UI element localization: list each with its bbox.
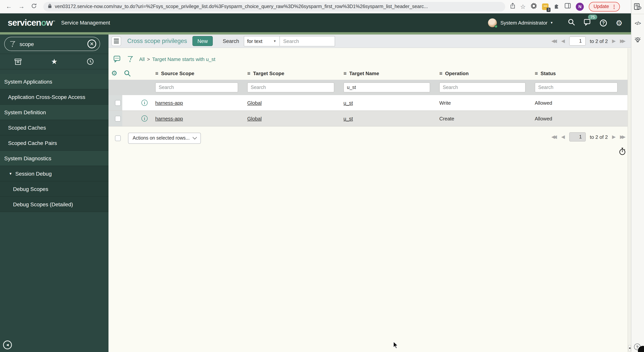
- new-button[interactable]: New: [192, 36, 213, 46]
- last-page-icon[interactable]: ▶▶: [620, 134, 626, 140]
- page-title[interactable]: Cross scope privileges: [127, 38, 187, 44]
- collapse-triangle-icon[interactable]: ▼: [9, 172, 12, 176]
- browser-forward-icon[interactable]: →: [18, 4, 24, 10]
- list-search-input[interactable]: [280, 36, 335, 46]
- next-page-icon[interactable]: ▶: [612, 134, 616, 140]
- search-type-select[interactable]: for text ▼: [244, 36, 280, 46]
- navigator-filter-input[interactable]: [19, 40, 88, 47]
- sidebar-item-label: System Definition: [4, 109, 46, 115]
- cell-link-target-name[interactable]: u_st: [339, 116, 435, 121]
- sidebar-item-system-diagnostics[interactable]: System Diagnostics: [0, 151, 108, 166]
- page-number-input[interactable]: [569, 132, 586, 142]
- first-page-icon[interactable]: ◀◀: [552, 39, 557, 44]
- column-search-source-scope[interactable]: [155, 82, 238, 92]
- cell-link-target-scope[interactable]: Global: [243, 116, 339, 121]
- page-number-input[interactable]: [569, 36, 586, 46]
- list-chat-icon[interactable]: [114, 56, 121, 62]
- tab-all-applications[interactable]: [0, 54, 36, 69]
- column-search-status[interactable]: [535, 82, 618, 92]
- sidebar-item-session-debug[interactable]: ▼Session Debug: [0, 166, 108, 181]
- select-caret-icon: ▼: [273, 39, 276, 43]
- column-menu-icon[interactable]: ≡: [247, 70, 250, 76]
- list-context-menu-icon[interactable]: [112, 36, 121, 46]
- cell-link-target-scope[interactable]: Global: [243, 100, 339, 106]
- help-icon[interactable]: ?: [600, 19, 607, 26]
- form-preview-icon[interactable]: [631, 3, 644, 10]
- sidebar-item-debug-scopes-detailed[interactable]: Debug Scopes (Detailed): [0, 197, 108, 212]
- previous-page-icon[interactable]: ◀: [561, 134, 565, 140]
- column-search-operation[interactable]: [439, 82, 526, 92]
- cell-link-source-scope[interactable]: harness-app: [151, 116, 243, 121]
- actions-select[interactable]: Actions on selected rows...: [128, 132, 201, 144]
- response-time-icon[interactable]: [619, 147, 626, 157]
- browser-reload-icon[interactable]: [31, 3, 37, 10]
- tab-history[interactable]: [72, 54, 108, 69]
- collapse-sidebar-button[interactable]: ◀: [3, 340, 12, 349]
- info-icon[interactable]: i: [142, 100, 148, 106]
- side-panel-icon[interactable]: [565, 3, 571, 10]
- connect-chat-icon[interactable]: 75: [584, 18, 591, 27]
- column-menu-icon[interactable]: ≡: [535, 70, 538, 76]
- extensions-puzzle-icon[interactable]: [554, 2, 560, 10]
- column-menu-icon[interactable]: ≡: [344, 70, 346, 76]
- browser-menu-kebab-icon[interactable]: ⋮: [612, 4, 616, 10]
- content-scrollbar[interactable]: [628, 48, 631, 352]
- browser-profile-avatar[interactable]: N: [576, 2, 584, 10]
- breadcrumb-filter-link[interactable]: Target Name starts with u_st: [152, 56, 215, 62]
- tab-favorites[interactable]: ★: [36, 54, 72, 69]
- settings-gear-icon[interactable]: ⚙: [616, 19, 622, 27]
- global-search-icon[interactable]: [568, 18, 575, 27]
- browser-side-strip: </> ?: [631, 0, 644, 352]
- code-snippet-icon[interactable]: </>: [631, 20, 644, 26]
- navigator-filter[interactable]: ✕: [4, 37, 100, 51]
- clear-filter-icon[interactable]: ✕: [88, 40, 96, 48]
- bookmark-star-icon[interactable]: ☆: [520, 3, 526, 10]
- address-bar[interactable]: ven03172.service-now.com/nav_to.do?uri=%…: [43, 2, 505, 11]
- row-checkbox[interactable]: [115, 116, 121, 121]
- cell-operation: Write: [435, 100, 530, 106]
- user-name[interactable]: System Administrator: [500, 20, 548, 26]
- list-personalize-gear-icon[interactable]: ⚙: [111, 70, 117, 77]
- extension-sunburst-icon[interactable]: [531, 2, 537, 10]
- column-header-status[interactable]: ≡Status: [530, 70, 622, 76]
- previous-page-icon[interactable]: ◀: [561, 39, 565, 44]
- first-page-icon[interactable]: ◀◀: [552, 134, 557, 140]
- sidebar-item-scoped-cache-pairs[interactable]: Scoped Cache Pairs: [0, 135, 108, 151]
- last-page-icon[interactable]: ▶▶: [620, 39, 626, 44]
- breadcrumb-funnel-icon[interactable]: [127, 56, 133, 62]
- scrollbar-end-button[interactable]: [628, 345, 631, 351]
- column-search-target-name[interactable]: [344, 82, 430, 92]
- breadcrumb-all-link[interactable]: All: [139, 56, 145, 62]
- extension-notes-icon[interactable]: ••• 3: [542, 3, 549, 10]
- row-checkbox[interactable]: [115, 100, 121, 106]
- column-header-label: Source Scope: [161, 70, 194, 76]
- info-icon[interactable]: i: [142, 116, 148, 122]
- cell-link-target-name[interactable]: u_st: [339, 100, 435, 106]
- cell-link-source-scope[interactable]: harness-app: [151, 100, 243, 106]
- user-menu-caret-icon[interactable]: ▼: [550, 21, 553, 24]
- list-footer: Actions on selected rows... ◀◀ ◀ to 2 of…: [108, 132, 631, 144]
- share-icon[interactable]: [510, 3, 515, 10]
- browser-back-icon[interactable]: ←: [6, 4, 12, 10]
- column-header-target-name[interactable]: ≡Target Name: [339, 70, 435, 76]
- column-header-source-scope[interactable]: ≡Source Scope: [151, 70, 243, 76]
- column-search-toggle-icon[interactable]: [124, 70, 131, 77]
- sidebar-item-system-applications[interactable]: System Applications: [0, 74, 108, 89]
- sidebar-item-label: Scoped Caches: [8, 124, 46, 130]
- user-avatar[interactable]: [488, 18, 497, 27]
- column-header-operation[interactable]: ≡Operation: [435, 70, 530, 76]
- select-all-checkbox[interactable]: [115, 135, 121, 141]
- sidebar-item-scoped-caches[interactable]: Scoped Caches: [0, 120, 108, 135]
- column-menu-icon[interactable]: ≡: [155, 70, 158, 76]
- sidebar-item-debug-scopes[interactable]: Debug Scopes: [0, 181, 108, 197]
- sidebar-item-application-cross-scope-access[interactable]: Application Cross-Scope Access: [0, 89, 108, 105]
- column-menu-icon[interactable]: ≡: [439, 70, 442, 76]
- column-search-target-scope[interactable]: [247, 82, 334, 92]
- column-header-row: ⚙ ≡Source Scope≡Target Scope≡Target Name…: [108, 67, 631, 80]
- lightbulb-icon[interactable]: [631, 36, 644, 44]
- browser-update-button[interactable]: Update ⋮: [589, 2, 620, 11]
- next-page-icon[interactable]: ▶: [612, 39, 616, 44]
- column-header-target-scope[interactable]: ≡Target Scope: [243, 70, 339, 76]
- row-gutter: [108, 95, 122, 110]
- sidebar-item-system-definition[interactable]: System Definition: [0, 105, 108, 120]
